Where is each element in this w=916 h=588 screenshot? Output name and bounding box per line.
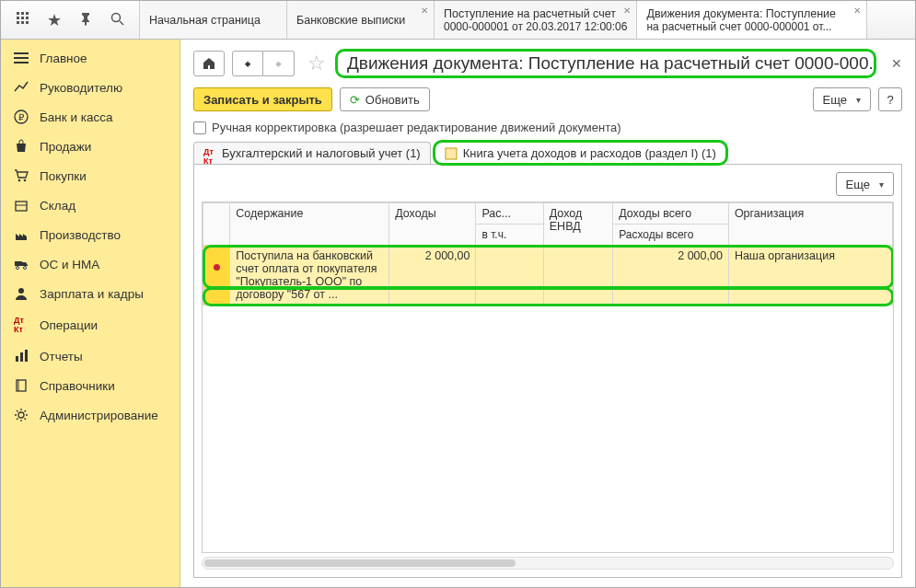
- favorite-icon[interactable]: ☆: [307, 52, 326, 75]
- page-close-icon[interactable]: ✕: [891, 56, 902, 71]
- tab-label: Книга учета доходов и расходов (раздел I…: [463, 146, 716, 160]
- sidebar-item-production[interactable]: Производство: [1, 220, 180, 249]
- pin-icon[interactable]: [78, 11, 93, 29]
- close-icon[interactable]: ✕: [623, 6, 631, 16]
- svg-rect-6: [17, 21, 19, 24]
- svg-text:₽: ₽: [18, 112, 25, 122]
- button-label: Обновить: [365, 93, 420, 107]
- tab-accounting[interactable]: ДтКт Бухгалтерский и налоговый учет (1): [193, 142, 431, 164]
- apps-icon[interactable]: [16, 11, 30, 29]
- sidebar-item-label: Операции: [40, 318, 98, 332]
- col-marker[interactable]: [203, 203, 230, 246]
- col-total-income[interactable]: Доходы всего: [613, 203, 729, 225]
- cell-envd: [543, 246, 612, 306]
- accounting-icon: ДтКт: [203, 147, 216, 160]
- col-total-expense[interactable]: Расходы всего: [613, 225, 729, 246]
- gear-icon: [14, 408, 29, 422]
- table-wrap: Содержание Доходы Рас... Доход ЕНВД Дохо…: [202, 202, 894, 553]
- forward-button[interactable]: 🠺: [263, 51, 295, 76]
- refresh-button[interactable]: ⟳ Обновить: [340, 87, 430, 111]
- col-expense-sub[interactable]: в т.ч.: [476, 225, 543, 246]
- cell-total-expense: [613, 288, 729, 305]
- sidebar-item-label: ОС и НМА: [40, 258, 99, 271]
- truck-icon: [14, 257, 29, 271]
- cell-expense-sub: [476, 288, 543, 305]
- cell-org: Наша организация: [728, 246, 892, 306]
- sidebar-item-bank[interactable]: ₽ Банк и касса: [1, 102, 180, 132]
- col-envd[interactable]: Доход ЕНВД: [543, 203, 612, 246]
- svg-point-21: [17, 267, 19, 270]
- tab-income-expense-book[interactable]: Книга учета доходов и расходов (раздел I…: [435, 142, 726, 164]
- tab-label: Банковские выписки: [296, 14, 424, 27]
- svg-rect-4: [21, 17, 24, 19]
- sidebar-item-warehouse[interactable]: Склад: [1, 190, 180, 220]
- tab-doc-movements[interactable]: Движения документа: Поступление на расче…: [637, 1, 867, 39]
- col-description[interactable]: Содержание: [230, 203, 389, 246]
- row-marker: [203, 246, 230, 289]
- refresh-icon: ⟳: [350, 93, 360, 107]
- top-bar: ★ Начальная страница Банковские выписки …: [1, 1, 915, 40]
- col-expense[interactable]: Рас...: [476, 203, 543, 225]
- sidebar-item-reports[interactable]: Отчеты: [1, 341, 180, 371]
- save-close-button[interactable]: Записать и закрыть: [193, 87, 332, 111]
- manual-edit-label: Ручная корректировка (разрешает редактир…: [212, 121, 621, 134]
- svg-point-29: [18, 412, 24, 418]
- horizontal-scrollbar[interactable]: [202, 557, 894, 570]
- tab-start-page[interactable]: Начальная страница: [140, 1, 287, 39]
- close-icon[interactable]: ✕: [853, 6, 861, 16]
- sidebar-item-operations[interactable]: ДтКт Операции: [1, 308, 180, 341]
- col-org[interactable]: Организация: [728, 203, 892, 246]
- home-icon: [202, 56, 216, 71]
- search-icon[interactable]: [110, 11, 124, 29]
- sidebar-item-purchases[interactable]: Покупки: [1, 161, 180, 190]
- more-button[interactable]: Еще: [813, 87, 871, 111]
- svg-rect-20: [15, 261, 22, 266]
- button-label: Еще: [823, 93, 847, 107]
- sidebar-item-manager[interactable]: Руководителю: [1, 73, 180, 102]
- home-button[interactable]: [193, 51, 225, 76]
- button-label: ?: [887, 93, 893, 107]
- tab-sublabel: на расчетный счет 0000-000001 от...: [646, 20, 857, 33]
- col-income[interactable]: Доходы: [389, 203, 476, 246]
- star-icon[interactable]: ★: [47, 13, 62, 28]
- svg-rect-7: [21, 21, 24, 24]
- panel-more-button[interactable]: Еще: [836, 172, 894, 196]
- svg-rect-18: [16, 202, 27, 211]
- back-button[interactable]: 🠸: [232, 51, 263, 76]
- manual-edit-checkbox[interactable]: [193, 121, 206, 134]
- table-row[interactable]: Поступила на банковский счет оплата от п…: [203, 246, 893, 289]
- doc-tabs: ДтКт Бухгалтерский и налоговый учет (1) …: [193, 142, 902, 165]
- cell-income: 2 000,00: [389, 246, 476, 306]
- sidebar-item-sales[interactable]: Продажи: [1, 132, 180, 161]
- tab-label: Движения документа: Поступление: [646, 7, 857, 20]
- tab-bank-statements[interactable]: Банковские выписки ✕: [287, 1, 435, 39]
- person-icon: [14, 286, 29, 301]
- cell-total-income: 2 000,00: [613, 246, 729, 289]
- sidebar-item-label: Продажи: [40, 140, 91, 154]
- movements-table: Содержание Доходы Рас... Доход ЕНВД Дохо…: [203, 202, 893, 306]
- sidebar-item-label: Банк и касса: [40, 110, 113, 124]
- sidebar-item-main[interactable]: Главное: [1, 43, 180, 73]
- button-label: Еще: [846, 178, 870, 191]
- svg-rect-3: [17, 17, 19, 19]
- action-row: Записать и закрыть ⟳ Обновить Еще ?: [193, 87, 902, 111]
- close-icon[interactable]: ✕: [421, 6, 428, 16]
- top-tabs: Начальная страница Банковские выписки ✕ …: [140, 1, 915, 39]
- help-button[interactable]: ?: [878, 87, 902, 111]
- svg-rect-8: [26, 21, 29, 24]
- sidebar-item-label: Покупки: [40, 169, 87, 183]
- svg-rect-5: [26, 17, 29, 19]
- scrollbar-thumb[interactable]: [204, 559, 516, 567]
- sidebar-item-admin[interactable]: Администрирование: [1, 400, 180, 430]
- sidebar: Главное Руководителю ₽ Банк и касса Прод…: [1, 40, 180, 587]
- sidebar-item-label: Руководителю: [40, 81, 122, 95]
- svg-line-10: [120, 21, 123, 25]
- sidebar-item-references[interactable]: Справочники: [1, 371, 180, 400]
- tab-receipt-doc[interactable]: Поступление на расчетный счет 0000-00000…: [435, 1, 637, 39]
- svg-rect-25: [20, 352, 23, 362]
- sidebar-item-label: Зарплата и кадры: [40, 287, 144, 301]
- svg-point-16: [18, 179, 21, 182]
- accounting-icon: ДтКт: [14, 316, 29, 334]
- sidebar-item-hr[interactable]: Зарплата и кадры: [1, 279, 180, 308]
- sidebar-item-assets[interactable]: ОС и НМА: [1, 249, 180, 279]
